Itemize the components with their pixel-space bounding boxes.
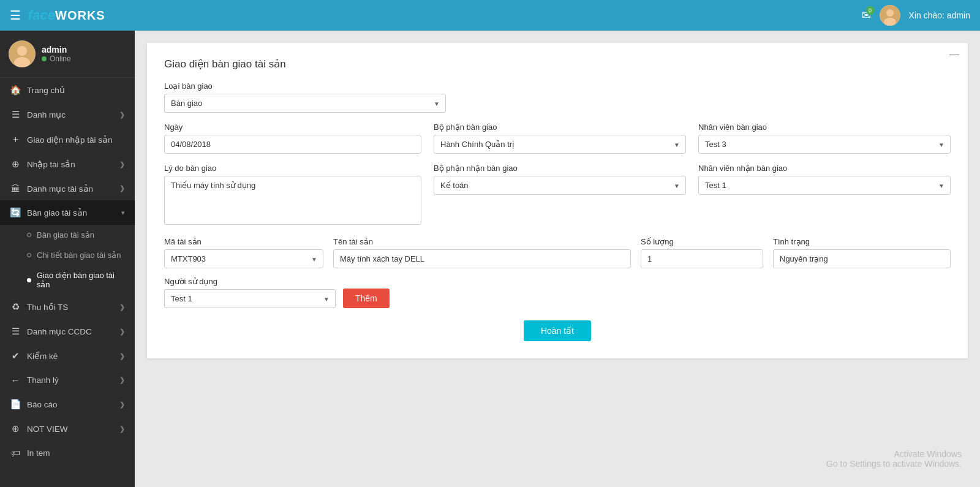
col-tinh-trang: Tình trạng	[773, 237, 951, 268]
sidebar-item-ban-giao-sub[interactable]: Bàn giao tài sản	[0, 225, 135, 245]
profile-name: admin	[42, 45, 71, 55]
hamburger-icon[interactable]: ☰	[10, 8, 21, 23]
sidebar-item-label: Bàn giao tài sản	[27, 208, 87, 217]
chevron-icon: ❯	[119, 352, 125, 360]
hoan-tat-button[interactable]: Hoàn tất	[524, 320, 591, 341]
sidebar-item-thanh-ly[interactable]: ← Thanh lý ❯	[0, 368, 135, 392]
sidebar-item-in-tem[interactable]: 🏷 In tem	[0, 441, 135, 465]
sidebar: admin Online 🏠 Trang chủ ☰ Danh mục	[0, 31, 135, 487]
chevron-icon: ❯	[119, 425, 125, 433]
ngay-input[interactable]	[164, 135, 421, 154]
layout: admin Online 🏠 Trang chủ ☰ Danh mục	[0, 31, 980, 487]
sidebar-item-thu-hoi[interactable]: ♻ Thu hồi TS ❯	[0, 295, 135, 319]
status-label: Online	[50, 55, 71, 63]
sidebar-item-label: Nhập tài sản	[27, 159, 75, 169]
topbar-right: ✉ 0 Xin chào: admin	[862, 5, 970, 26]
sidebar-item-nhap-ts-menu[interactable]: ＋ Giao diện nhập tài sản	[0, 127, 135, 152]
form-card: — Giao diện bàn giao tài sản Loại bàn gi…	[147, 43, 968, 358]
sidebar-item-label: Báo cáo	[27, 400, 58, 409]
chevron-icon: ❯	[119, 376, 125, 384]
username-label: Xin chào: admin	[909, 10, 970, 20]
sidebar-nav: 🏠 Trang chủ ☰ Danh mục ❯ ＋ Giao diện nhậ…	[0, 78, 135, 487]
nhan-vien-ban-giao-group: Nhân viên bàn giao Test 3	[698, 123, 951, 154]
sidebar-sub-label: Chi tiết bàn giao tài sản	[37, 251, 121, 260]
sidebar-item-trang-chu[interactable]: 🏠 Trang chủ	[0, 78, 135, 102]
nhan-vien-nhan-label: Nhân viên nhận bàn giao	[698, 164, 951, 173]
ma-tai-san-select[interactable]: MTXT903	[164, 249, 323, 268]
minimize-icon[interactable]: —	[949, 49, 959, 60]
sidebar-item-label: Danh mục CCDC	[27, 327, 92, 336]
bo-phan-nhan-select[interactable]: Kế toán	[434, 176, 686, 195]
bo-phan-nhan-group: Bộ phận nhận bàn giao Kế toán	[434, 164, 686, 195]
sidebar-item-danh-muc-ts[interactable]: 🏛 Danh mục tài sản ❯	[0, 176, 135, 200]
chevron-icon: ❯	[119, 303, 125, 311]
nguoi-su-dung-label: Người sử dụng	[164, 277, 336, 286]
list-icon: ☰	[10, 326, 21, 337]
logo-works: WORKS	[55, 9, 105, 23]
sidebar-item-danh-muc-ccdc[interactable]: ☰ Danh mục CCDC ❯	[0, 319, 135, 344]
sidebar-item-kiem-ke[interactable]: ✔ Kiểm kê ❯	[0, 344, 135, 368]
avatar[interactable]	[880, 5, 900, 26]
sidebar-item-label: In tem	[27, 448, 50, 458]
logo-face: face	[28, 7, 55, 23]
sidebar-item-label: Kiểm kê	[27, 351, 58, 361]
svg-point-1	[886, 9, 894, 17]
user-row: Người sử dụng Test 1 Thêm	[164, 277, 951, 308]
so-luong-input[interactable]	[641, 249, 763, 268]
nhan-vien-ban-giao-select[interactable]: Test 3	[698, 135, 951, 154]
transfer-icon: 🔄	[10, 207, 21, 218]
sidebar-sub-label: Giao diện bàn giao tài sản	[37, 271, 125, 289]
sidebar-avatar	[9, 40, 36, 67]
report-icon: 📄	[10, 399, 21, 410]
loai-ban-giao-group: Loại bàn giao Bàn giao	[164, 81, 446, 113]
ly-do-group: Lý do bàn giao Thiếu máy tính sử dụng	[164, 164, 421, 227]
col-ten-tai-san: Tên tài sản	[333, 237, 631, 268]
tag-icon: 🏷	[10, 448, 21, 458]
sidebar-item-label: Thu hồi TS	[27, 302, 68, 312]
ly-do-textarea[interactable]: Thiếu máy tính sử dụng	[164, 176, 421, 225]
arrow-left-icon: ←	[10, 375, 21, 385]
tinh-trang-input[interactable]	[773, 249, 951, 268]
sidebar-item-chi-tiet-ban-giao[interactable]: Chi tiết bàn giao tài sản	[0, 245, 135, 265]
sidebar-item-label: Trang chủ	[27, 85, 65, 95]
asset-row: Mã tài sản MTXT903 Tên tài sản Số lượng	[164, 237, 951, 268]
ly-do-label: Lý do bàn giao	[164, 164, 421, 173]
ten-tai-san-input[interactable]	[333, 249, 631, 268]
sidebar-item-label: NOT VIEW	[27, 425, 68, 434]
status-dot	[42, 56, 47, 61]
ngay-group: Ngày	[164, 123, 421, 154]
tinh-trang-label: Tình trạng	[773, 237, 951, 246]
chevron-icon: ❯	[119, 111, 125, 119]
sidebar-item-bao-cao[interactable]: 📄 Báo cáo ❯	[0, 392, 135, 417]
sidebar-item-giao-dien-ban-giao[interactable]: Giao diện bàn giao tài sản	[0, 265, 135, 295]
ten-tai-san-label: Tên tài sản	[333, 237, 631, 246]
loai-ban-giao-select[interactable]: Bàn giao	[164, 94, 446, 113]
sidebar-item-not-view[interactable]: ⊕ NOT VIEW ❯	[0, 417, 135, 441]
loai-ban-giao-label: Loại bàn giao	[164, 81, 446, 91]
notif-badge: 0	[866, 6, 875, 15]
nhan-vien-ban-giao-label: Nhân viên bàn giao	[698, 123, 951, 132]
col-ma-tai-san: Mã tài sản MTXT903	[164, 237, 323, 268]
bo-phan-ban-giao-select[interactable]: Hành Chính Quản trị	[434, 135, 686, 154]
sidebar-item-ban-giao[interactable]: 🔄 Bàn giao tài sản ▾	[0, 200, 135, 225]
chevron-icon: ❯	[119, 328, 125, 336]
loai-ban-giao-wrapper: Bàn giao	[164, 94, 446, 113]
col-ngay: Ngày Lý do bàn giao Thiếu máy tính sử dụ…	[164, 123, 421, 237]
chevron-icon: ❯	[119, 401, 125, 409]
them-button[interactable]: Thêm	[343, 289, 390, 308]
bo-phan-ban-giao-label: Bộ phận bàn giao	[434, 123, 686, 132]
sidebar-item-danh-muc[interactable]: ☰ Danh mục ❯	[0, 102, 135, 127]
sub-dot-filled	[27, 278, 31, 282]
topbar: ☰ face WORKS ✉ 0 Xin chào: admin	[0, 0, 980, 31]
notification-icon[interactable]: ✉ 0	[862, 9, 871, 22]
nhan-vien-nhan-group: Nhân viên nhận bàn giao Test 1	[698, 164, 951, 195]
nhan-vien-nhan-select[interactable]: Test 1	[698, 176, 951, 195]
circle-plus-icon: ⊕	[10, 423, 21, 434]
bo-phan-nhan-label: Bộ phận nhận bàn giao	[434, 164, 686, 173]
page-title: Giao diện bàn giao tài sản	[164, 58, 951, 70]
nguoi-su-dung-select[interactable]: Test 1	[164, 289, 336, 308]
col-nhan-vien: Nhân viên bàn giao Test 3 Nhân viên nhận…	[698, 123, 951, 237]
logo: face WORKS	[28, 7, 105, 23]
so-luong-label: Số lượng	[641, 237, 763, 246]
sidebar-item-nhap-ts[interactable]: ⊕ Nhập tài sản ❯	[0, 152, 135, 176]
